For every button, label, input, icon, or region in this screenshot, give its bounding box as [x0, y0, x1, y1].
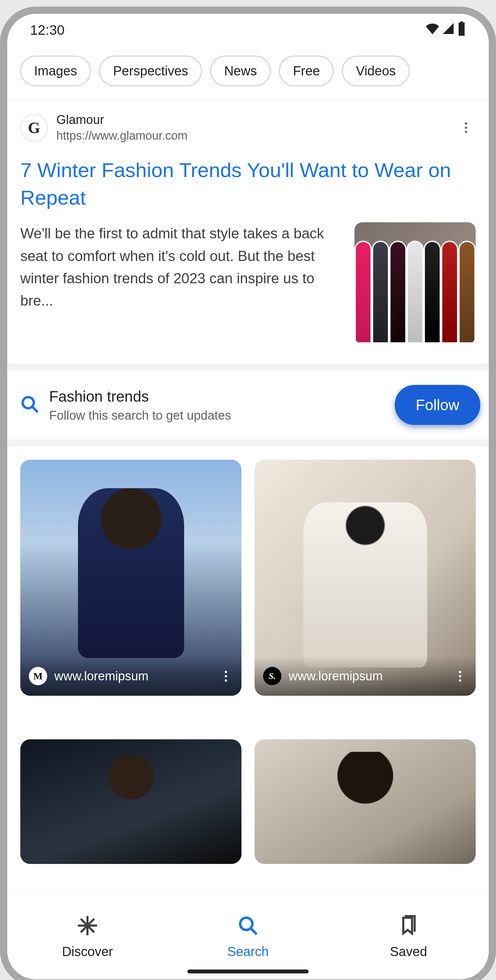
- image-result[interactable]: M www.loremipsum: [20, 460, 241, 696]
- wifi-icon: [426, 22, 439, 38]
- result-more-button[interactable]: [456, 118, 476, 138]
- chip-videos[interactable]: Videos: [342, 56, 409, 86]
- image-result[interactable]: [20, 739, 241, 864]
- nav-label: Saved: [390, 944, 427, 959]
- result-site-info: Glamour https://www.glamour.com: [56, 113, 447, 143]
- search-icon: [238, 915, 258, 939]
- image-results-grid: M www.loremipsum S. www.loremipsum: [7, 447, 489, 894]
- filter-chips-row[interactable]: Images Perspectives News Free Videos: [7, 46, 489, 100]
- image-thumb: [20, 739, 241, 864]
- chip-perspectives[interactable]: Perspectives: [99, 56, 202, 86]
- follow-button[interactable]: Follow: [395, 385, 480, 425]
- separator: [7, 439, 489, 447]
- svg-point-0: [22, 398, 34, 409]
- image-source-avatar: S.: [263, 667, 281, 685]
- chip-free[interactable]: Free: [279, 56, 333, 86]
- device-frame: 12:30 Images Perspectives News Free Vide…: [0, 6, 496, 980]
- image-thumb: [255, 739, 476, 864]
- bottom-nav: Discover Search Saved: [7, 894, 489, 979]
- image-result[interactable]: [255, 739, 476, 864]
- follow-text: Fashion trends Follow this search to get…: [49, 388, 231, 423]
- image-footer: S. www.loremipsum: [255, 656, 476, 696]
- follow-search-strip: Fashion trends Follow this search to get…: [7, 371, 489, 439]
- sparkle-icon: [77, 915, 98, 939]
- search-result[interactable]: G Glamour https://www.glamour.com 7 Wint…: [7, 100, 489, 363]
- result-snippet: We'll be the first to admit that style t…: [20, 222, 341, 312]
- svg-line-1: [32, 407, 38, 412]
- bookmark-icon: [398, 915, 419, 939]
- separator: [7, 363, 489, 371]
- battery-icon: [457, 21, 466, 39]
- status-time: 12:30: [30, 22, 65, 38]
- nav-discover[interactable]: Discover: [7, 894, 168, 979]
- chip-images[interactable]: Images: [20, 56, 91, 86]
- cellular-icon: [442, 22, 455, 38]
- home-indicator[interactable]: [187, 969, 309, 974]
- image-source-label: www.loremipsum: [54, 669, 211, 683]
- status-icons: [426, 21, 466, 39]
- nav-label: Search: [227, 944, 269, 959]
- image-source-label: www.loremipsum: [288, 669, 445, 683]
- status-bar: 12:30: [7, 14, 489, 46]
- image-result[interactable]: S. www.loremipsum: [255, 460, 476, 696]
- chip-news[interactable]: News: [210, 56, 271, 86]
- result-site-name: Glamour: [56, 113, 447, 127]
- result-header: G Glamour https://www.glamour.com: [20, 113, 476, 143]
- image-footer: M www.loremipsum: [20, 656, 241, 696]
- result-title[interactable]: 7 Winter Fashion Trends You'll Want to W…: [20, 156, 476, 211]
- nav-label: Discover: [62, 944, 113, 959]
- result-favicon: G: [20, 114, 48, 142]
- follow-subtitle: Follow this search to get updates: [49, 409, 231, 423]
- search-icon: [20, 395, 39, 415]
- result-body: We'll be the first to admit that style t…: [20, 222, 476, 344]
- svg-line-7: [251, 929, 257, 934]
- follow-title: Fashion trends: [49, 388, 231, 405]
- more-vert-icon: [465, 122, 467, 133]
- result-site-url: https://www.glamour.com: [56, 129, 447, 143]
- image-source-avatar: M: [29, 667, 47, 685]
- svg-point-6: [240, 918, 252, 930]
- result-thumbnail[interactable]: [355, 222, 476, 344]
- image-more-button[interactable]: [219, 671, 233, 682]
- nav-saved[interactable]: Saved: [328, 894, 489, 979]
- image-more-button[interactable]: [453, 671, 467, 682]
- nav-search[interactable]: Search: [168, 894, 328, 979]
